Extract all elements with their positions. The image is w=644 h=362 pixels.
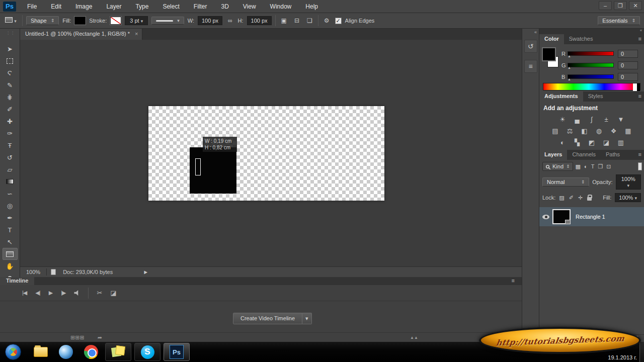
history-panel-button[interactable]: ↺ [524, 40, 537, 53]
lock-all-icon[interactable] [587, 197, 592, 201]
adjustment-color-balance-icon[interactable]: ⚖ [564, 126, 576, 136]
path-selection-tool[interactable]: ↖ [3, 236, 18, 248]
document-tab[interactable]: Untitled-1 @ 100% (Rectangle 1, RGB/8) *… [20, 29, 142, 40]
width-field[interactable]: 100 px [198, 16, 222, 25]
path-alignment-button[interactable]: ⊟ [292, 16, 301, 25]
type-tool[interactable]: T [3, 224, 18, 236]
stroke-width-field[interactable]: 3 pt ▾ [125, 16, 148, 25]
menu-3d[interactable]: 3D [215, 1, 234, 12]
tab-swatches[interactable]: Swatches [564, 34, 598, 44]
layer-row-rectangle1[interactable]: Rectangle 1 [539, 207, 644, 226]
rectangular-marquee-tool[interactable] [3, 55, 18, 67]
pen-tool[interactable]: ✒ [3, 212, 18, 224]
status-options-arrow[interactable]: ► [143, 269, 148, 275]
media-app-button[interactable] [55, 343, 76, 361]
render-arrow-icon[interactable]: ➦ [98, 334, 102, 341]
tool-mode-dropdown[interactable]: Shape⇕ [26, 16, 59, 25]
collapse-panels-icon[interactable]: « [539, 29, 644, 34]
filter-smart-objects-icon[interactable]: ⊡ [606, 163, 611, 170]
gradient-tool[interactable] [3, 175, 18, 188]
channel-b-value[interactable]: 0 [618, 73, 638, 81]
photoshop-taskbar-button[interactable]: Ps [164, 343, 190, 361]
layer-thumbnail[interactable] [552, 209, 571, 224]
tab-close-icon[interactable]: × [135, 31, 138, 37]
menu-type[interactable]: Type [129, 1, 154, 12]
adjustment-brightness-contrast-icon[interactable]: ☀ [556, 114, 569, 124]
transition-button[interactable]: ◪ [110, 289, 116, 297]
file-explorer-button[interactable] [30, 343, 51, 361]
smudge-tool[interactable]: ∽ [3, 188, 18, 200]
rectangle-tool[interactable] [3, 248, 18, 260]
layers-panel-menu-icon[interactable]: ≡ [638, 151, 641, 157]
align-edges-checkbox[interactable]: ✓ [335, 18, 342, 24]
link-dimensions-icon[interactable]: ∞ [226, 16, 234, 25]
dodge-tool[interactable]: ◎ [3, 200, 18, 212]
lock-transparency-icon[interactable]: ▨ [559, 195, 564, 201]
chrome-button[interactable] [80, 343, 102, 361]
slider-thumb-icon[interactable]: ▲ [568, 54, 571, 58]
quick-selection-tool[interactable]: ✎ [3, 79, 18, 91]
adjustment-invert-icon[interactable]: ◐ [556, 137, 569, 147]
filter-adjustment-layers-icon[interactable]: ◐ [584, 163, 588, 170]
adjustment-exposure-icon[interactable]: ± [600, 114, 612, 124]
audio-mute-button[interactable] [74, 290, 80, 296]
stroke-swatch[interactable] [110, 17, 121, 25]
height-field[interactable]: 100 px [247, 16, 272, 25]
move-tool[interactable]: ➤ [3, 43, 18, 55]
slider-thumb-icon[interactable]: ▲ [568, 66, 571, 69]
menu-view[interactable]: View [237, 1, 262, 12]
crop-tool[interactable]: ⋕ [3, 91, 18, 103]
path-arrangement-button[interactable]: ❏ [305, 16, 314, 25]
eraser-tool[interactable]: ▱ [3, 163, 18, 175]
menu-file[interactable]: File [21, 1, 43, 12]
channel-g-value[interactable]: 0 [618, 61, 638, 69]
adjustment-curves-icon[interactable]: ∫ [586, 114, 598, 124]
adjustment-threshold-icon[interactable]: ◩ [586, 137, 598, 147]
menu-filter[interactable]: Filter [188, 1, 213, 12]
adjustment-hue-saturation-icon[interactable]: ▤ [549, 126, 561, 136]
system-tray-date[interactable]: 19.1.2013 г. [608, 354, 637, 360]
blend-mode-dropdown[interactable]: Normal⇕ [542, 177, 589, 187]
adjustment-gradient-map-icon[interactable]: ◪ [600, 137, 612, 147]
channel-b-slider[interactable] [568, 74, 614, 79]
convert-frames-icon[interactable]: ⊞⊞⊞ [70, 334, 85, 341]
tab-layers[interactable]: Layers [539, 150, 567, 160]
restore-button[interactable]: ❐ [614, 1, 627, 10]
adjustment-color-lookup-icon[interactable]: ▦ [622, 126, 634, 136]
adjustment-levels-icon[interactable]: ▄ [571, 114, 583, 124]
play-button[interactable]: ▶ [49, 290, 52, 296]
channel-g-slider[interactable] [568, 63, 614, 67]
timeline-panel-menu-icon[interactable]: ≡ [512, 278, 515, 284]
filter-pixel-layers-icon[interactable]: ▩ [576, 163, 581, 170]
adjustment-photo-filter-icon[interactable]: ◍ [593, 126, 605, 136]
lasso-tool[interactable]: Ϛ [3, 67, 18, 79]
layer-filter-toggle[interactable] [638, 162, 642, 170]
adjustment-black-white-icon[interactable]: ◧ [579, 126, 591, 136]
pasteboard[interactable]: W : 0,19 cm H : 0,82 cm [20, 40, 522, 266]
timeline-type-dropdown[interactable]: ▾ [302, 313, 312, 324]
adjustment-selective-color-icon[interactable]: ▥ [615, 137, 627, 147]
close-button[interactable]: ✕ [629, 1, 642, 10]
menu-layer[interactable]: Layer [100, 1, 127, 12]
tab-color[interactable]: Color [539, 34, 564, 44]
history-brush-tool[interactable]: ↺ [3, 151, 18, 163]
skype-button[interactable]: S [134, 343, 160, 361]
next-frame-button[interactable]: |▶ [61, 290, 65, 296]
tab-channels[interactable]: Channels [567, 150, 600, 160]
minimize-button[interactable]: – [599, 1, 612, 10]
show-desktop-button[interactable] [639, 342, 644, 362]
slider-thumb-icon[interactable]: ▲ [568, 77, 571, 81]
geometry-options-gear-icon[interactable]: ⚙ [322, 16, 332, 25]
clone-stamp-tool[interactable]: Ŧ [3, 139, 18, 151]
color-panel-menu-icon[interactable]: ≡ [638, 36, 641, 42]
zoom-level-field[interactable]: 100% [20, 269, 46, 275]
menu-select[interactable]: Select [156, 1, 185, 12]
canvas[interactable]: W : 0,19 cm H : 0,82 cm [148, 106, 384, 201]
timeline-tab[interactable]: Timeline [0, 277, 34, 285]
timeline-zoom-control[interactable]: ▲▲ [410, 335, 418, 340]
adjustment-vibrance-icon[interactable]: ▼ [615, 114, 627, 124]
start-button[interactable] [5, 344, 21, 360]
kind-filter-dropdown[interactable]: Kind ⇕ [542, 162, 573, 171]
lock-paint-icon[interactable]: ✐ [569, 195, 574, 201]
workspace-switcher[interactable]: Essentials⇕ [598, 16, 640, 25]
